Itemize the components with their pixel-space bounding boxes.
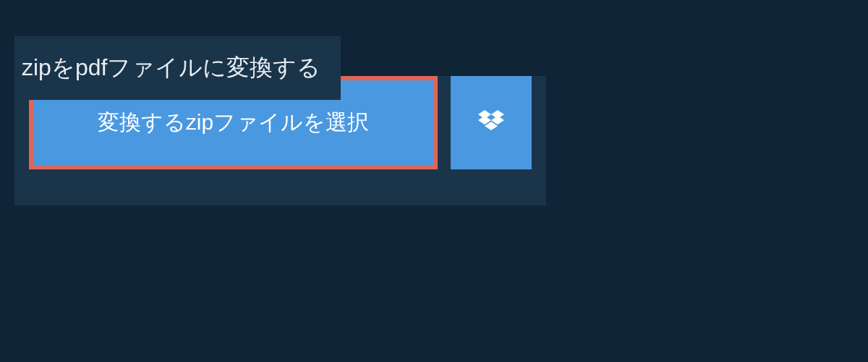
dropbox-icon bbox=[478, 110, 504, 135]
title-container: zipをpdfファイルに変換する bbox=[14, 36, 341, 100]
dropbox-button[interactable] bbox=[451, 76, 532, 169]
select-file-label: 変換するzipファイルを選択 bbox=[98, 108, 369, 138]
page-title: zipをpdfファイルに変換する bbox=[22, 52, 320, 84]
